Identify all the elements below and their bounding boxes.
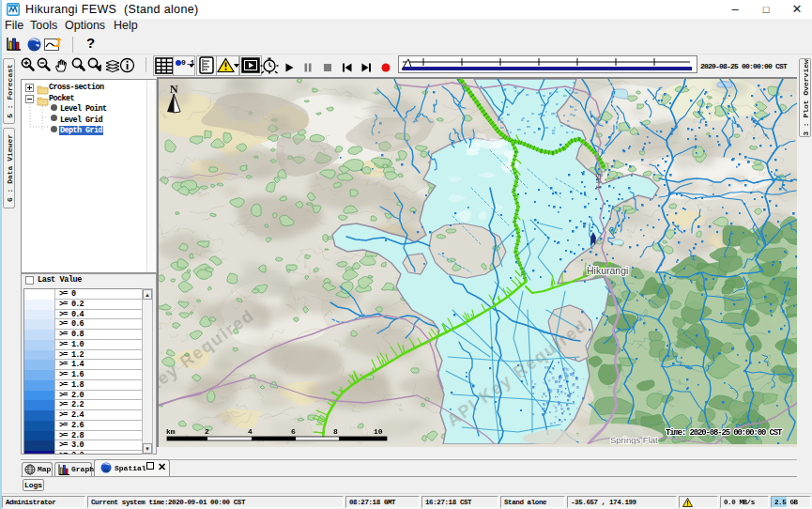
- svg-text:8: 8: [333, 427, 338, 436]
- svg-text:10: 10: [374, 427, 383, 436]
- svg-text:SH 1: SH 1: [594, 173, 603, 190]
- svg-text:4: 4: [248, 427, 253, 436]
- svg-text:N: N: [170, 83, 178, 96]
- svg-text:2: 2: [205, 427, 209, 436]
- svg-text:km: km: [166, 427, 176, 436]
- svg-text:Springs Flat: Springs Flat: [610, 435, 658, 444]
- svg-text:6: 6: [291, 427, 296, 436]
- svg-text:Time: 2020-08-25 00:00:00 CST: Time: 2020-08-25 00:00:00 CST: [666, 428, 783, 438]
- svg-text:Hikurangi: Hikurangi: [587, 265, 628, 276]
